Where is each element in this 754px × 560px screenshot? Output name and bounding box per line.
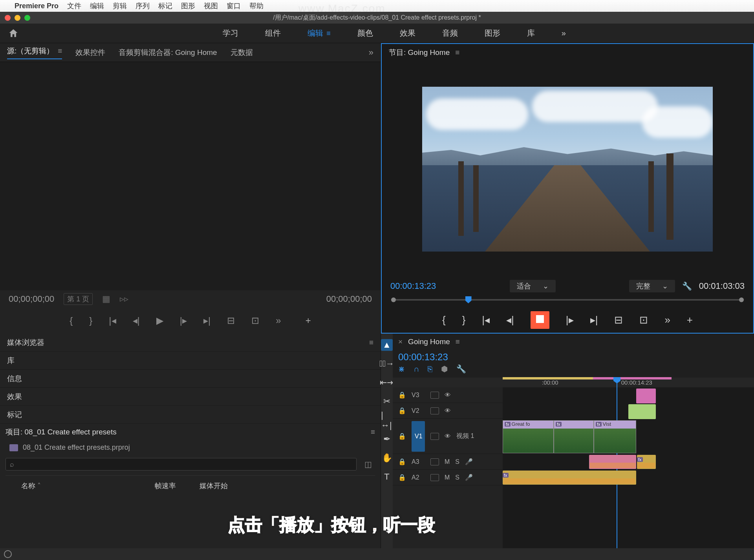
home-icon[interactable] [8,28,19,39]
clip-v1-a[interactable]: fxGreat fo [503,420,554,453]
ws-overflow-icon[interactable]: » [560,26,567,40]
ws-learn[interactable]: 学习 [221,26,240,41]
sequence-name[interactable]: Going Home [408,337,450,346]
ws-menu-icon[interactable]: ≡ [326,29,331,37]
type-tool-icon[interactable]: T [381,471,393,483]
program-timecode[interactable]: 00:00:13:23 [390,281,436,291]
track-a3-header[interactable]: 🔒A3MS🎤 [393,454,503,470]
acc-libraries[interactable]: 库 [0,352,381,370]
ws-assembly[interactable]: 组件 [264,26,282,41]
filmstrip-icon[interactable]: ▦ [102,294,110,304]
step-back-icon[interactable]: ◂| [506,314,514,326]
tab-effect-controls[interactable]: 效果控件 [75,47,105,58]
creative-cloud-icon[interactable] [4,550,12,558]
source-page-indicator[interactable]: 第 1 页 [64,293,93,305]
tabs-overflow-icon[interactable]: » [369,47,373,58]
sync-lock-icon[interactable] [430,433,439,440]
clip-v2[interactable] [628,404,656,419]
lock-icon[interactable]: 🔒 [398,474,406,481]
menu-marker[interactable]: 标记 [158,1,172,11]
tab-source[interactable]: 源:（无剪辑）≡ [7,46,62,59]
razor-tool-icon[interactable]: ✂ [381,396,393,407]
program-scrubber[interactable] [382,295,753,307]
acc-markers[interactable]: 标记 [0,406,381,424]
menu-help[interactable]: 帮助 [249,1,264,11]
panel-menu-icon[interactable]: ≡ [455,48,459,57]
go-to-out-icon[interactable]: ▸| [203,315,210,326]
hand-tool-icon[interactable]: ✋ [381,452,393,464]
lift-icon[interactable]: ⊟ [614,314,623,326]
clip-v3[interactable] [636,389,656,403]
project-title[interactable]: 项目: 08_01 Create effect presets≡ [5,424,375,440]
acc-effects[interactable]: 效果 [0,388,381,406]
track-v2-header[interactable]: 🔒V2👁 [393,403,503,419]
step-forward-icon[interactable]: |▸ [566,314,574,326]
menu-view[interactable]: 视图 [204,1,218,11]
program-viewer[interactable] [382,61,753,277]
button-editor-icon[interactable]: + [306,315,311,326]
col-media-start[interactable]: 媒体开始 [199,481,228,491]
panel-menu-icon[interactable]: ≡ [369,338,373,347]
work-area-bar[interactable] [503,377,593,379]
timeline-timecode[interactable]: 00:00:13:23 [393,350,754,364]
project-search-input[interactable]: ⌕ [5,458,357,471]
ws-audio[interactable]: 音频 [441,26,459,41]
pen-tool-icon[interactable]: ✒ [381,433,393,445]
ws-color[interactable]: 颜色 [356,26,375,41]
go-to-in-icon[interactable]: |◂ [109,315,116,326]
clip-a3[interactable] [589,455,636,469]
lock-icon[interactable]: 🔒 [398,458,406,465]
step-back-icon[interactable]: ◂| [133,315,140,326]
menu-graphics[interactable]: 图形 [181,1,195,11]
sync-lock-icon[interactable] [430,392,439,399]
stop-button[interactable] [531,311,549,329]
settings-wrench-icon[interactable]: 🔧 [456,364,466,374]
mark-out-icon[interactable]: } [462,314,466,326]
lock-icon[interactable]: 🔒 [398,432,406,440]
resolution-dropdown[interactable]: 完整⌄ [629,280,675,292]
work-area-bar[interactable] [593,377,672,379]
sync-lock-icon[interactable] [430,474,439,481]
col-name[interactable]: 名称 ˄ [21,481,131,491]
mark-out-icon[interactable]: } [89,315,92,326]
button-editor-icon[interactable]: + [687,314,693,326]
app-name[interactable]: Premiere Pro [15,2,59,10]
clip-v1-c[interactable]: fxVist [594,420,636,453]
mic-icon[interactable]: 🎤 [465,474,473,481]
menu-clip[interactable]: 剪辑 [113,1,127,11]
eye-icon[interactable]: 👁 [445,392,451,399]
tab-metadata[interactable]: 元数据 [231,47,253,58]
ripple-edit-tool-icon[interactable]: ⇤⇥ [381,377,393,389]
close-window-icon[interactable] [5,15,11,21]
ws-effects[interactable]: 效果 [398,26,417,41]
play-icon[interactable]: ▶ [156,315,163,326]
panel-menu-icon[interactable]: ≡ [371,428,375,436]
mute-toggle[interactable]: M [445,474,450,481]
scrub-end-icon[interactable] [739,297,744,302]
acc-media-browser[interactable]: 媒体浏览器≡ [0,334,381,352]
snap-icon[interactable]: ⋇ [398,364,405,374]
ws-editing[interactable]: 编辑≡ [306,26,332,41]
eye-icon[interactable]: 👁 [445,407,451,414]
clip-a3b[interactable]: fx [637,455,656,469]
extract-icon[interactable]: ⊡ [639,314,648,326]
panel-menu-icon[interactable]: ≡ [456,337,460,346]
go-to-out-icon[interactable]: ▸| [590,314,598,326]
menu-sequence[interactable]: 序列 [135,1,150,11]
filter-bin-icon[interactable]: ◫ [361,460,375,469]
sync-lock-icon[interactable] [430,407,439,414]
menu-edit[interactable]: 编辑 [90,1,104,11]
project-file-row[interactable]: 08_01 Create effect presets.prproj [5,440,375,455]
overflow-icon[interactable]: » [664,314,670,326]
selection-tool-icon[interactable]: ▲ [381,339,393,351]
insert-icon[interactable]: ⊟ [227,315,235,326]
ws-graphics[interactable]: 图形 [483,26,502,41]
mic-icon[interactable]: 🎤 [465,458,473,465]
source-tc-left[interactable]: 00;00;00;00 [9,294,54,304]
slip-tool-icon[interactable]: |↔| [381,414,393,426]
maximize-window-icon[interactable] [24,15,30,21]
linked-selection-icon[interactable]: ⎘ [428,365,432,374]
clip-a2[interactable]: fx [503,471,636,485]
col-framerate[interactable]: 帧速率 [155,481,176,491]
panel-menu-icon[interactable]: ≡ [58,47,62,55]
